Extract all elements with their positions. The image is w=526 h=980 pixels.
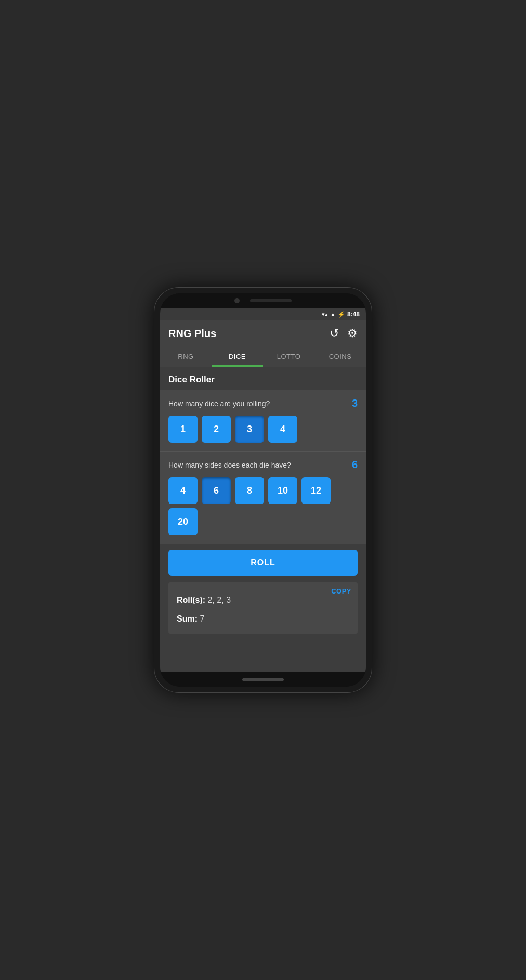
camera-dot <box>234 298 240 303</box>
dice-sides-btn-4[interactable]: 4 <box>168 477 198 504</box>
sum-value: 7 <box>200 614 204 623</box>
sum-result: Sum: 7 <box>177 612 349 626</box>
status-bar: ▾▴ ▲ ⚡ 8:48 <box>160 308 366 320</box>
dice-sides-value: 6 <box>352 459 358 471</box>
dice-count-btn-4[interactable]: 4 <box>268 416 297 443</box>
phone-top-bar <box>160 293 366 308</box>
dice-sides-buttons: 4 6 8 10 12 20 <box>168 477 358 535</box>
app-bar: RNG Plus ↺ ⚙ <box>160 320 366 346</box>
tab-lotto[interactable]: LOTTO <box>263 346 314 367</box>
home-bar <box>242 678 284 681</box>
section-title: Dice Roller <box>168 375 215 384</box>
dice-sides-btn-20[interactable]: 20 <box>168 508 198 535</box>
dice-sides-btn-8[interactable]: 8 <box>235 477 264 504</box>
battery-icon: ⚡ <box>338 311 345 318</box>
phone-device: ▾▴ ▲ ⚡ 8:48 RNG Plus ↺ ⚙ RNG <box>154 287 372 693</box>
rolls-label: Roll(s): <box>177 596 205 604</box>
phone-screen: ▾▴ ▲ ⚡ 8:48 RNG Plus ↺ ⚙ RNG <box>160 293 366 687</box>
dice-sides-question-row: How many sides does each die have? 6 <box>168 459 358 471</box>
main-scroll: Dice Roller How many dice are you rollin… <box>160 367 366 672</box>
dice-count-card: How many dice are you rolling? 3 1 2 3 4 <box>160 390 366 451</box>
dice-count-btn-3[interactable]: 3 <box>235 416 264 443</box>
dice-count-value: 3 <box>352 397 358 409</box>
phone-bottom-bar <box>160 672 366 687</box>
app-bar-actions: ↺ ⚙ <box>330 327 358 340</box>
tabs: RNG DICE LOTTO COINS <box>160 346 366 367</box>
rolls-value: 2, 2, 3 <box>208 596 231 604</box>
history-icon[interactable]: ↺ <box>330 327 339 340</box>
tab-coins[interactable]: COINS <box>314 346 366 367</box>
results-card: COPY Roll(s): 2, 2, 3 Sum: 7 <box>168 582 358 634</box>
speaker-bar <box>250 299 292 302</box>
sum-label: Sum: <box>177 614 198 623</box>
section-header: Dice Roller <box>160 367 366 390</box>
roll-button[interactable]: ROLL <box>168 550 358 576</box>
dice-count-question: How many dice are you rolling? <box>168 399 270 408</box>
tab-dice[interactable]: DICE <box>212 346 263 367</box>
dice-sides-btn-6[interactable]: 6 <box>202 477 231 504</box>
roll-btn-container: ROLL <box>160 544 366 582</box>
app-content: RNG Plus ↺ ⚙ RNG DICE LOTTO COINS <box>160 320 366 672</box>
app-title: RNG Plus <box>168 328 216 340</box>
dice-sides-card: How many sides does each die have? 6 4 6… <box>160 451 366 544</box>
signal-icon: ▲ <box>330 311 336 317</box>
status-time: 8:48 <box>347 311 360 318</box>
dice-sides-btn-12[interactable]: 12 <box>301 477 331 504</box>
dice-count-btn-1[interactable]: 1 <box>168 416 198 443</box>
dice-count-btn-2[interactable]: 2 <box>202 416 231 443</box>
dice-sides-question: How many sides does each die have? <box>168 461 291 469</box>
rolls-result: Roll(s): 2, 2, 3 <box>177 594 349 607</box>
status-icons: ▾▴ ▲ ⚡ 8:48 <box>322 311 360 318</box>
dice-count-question-row: How many dice are you rolling? 3 <box>168 397 358 409</box>
dice-sides-btn-10[interactable]: 10 <box>268 477 297 504</box>
tab-rng[interactable]: RNG <box>160 346 212 367</box>
wifi-icon: ▾▴ <box>322 311 328 318</box>
copy-button[interactable]: COPY <box>331 587 351 595</box>
settings-icon[interactable]: ⚙ <box>347 327 358 340</box>
dice-count-buttons: 1 2 3 4 <box>168 416 358 443</box>
